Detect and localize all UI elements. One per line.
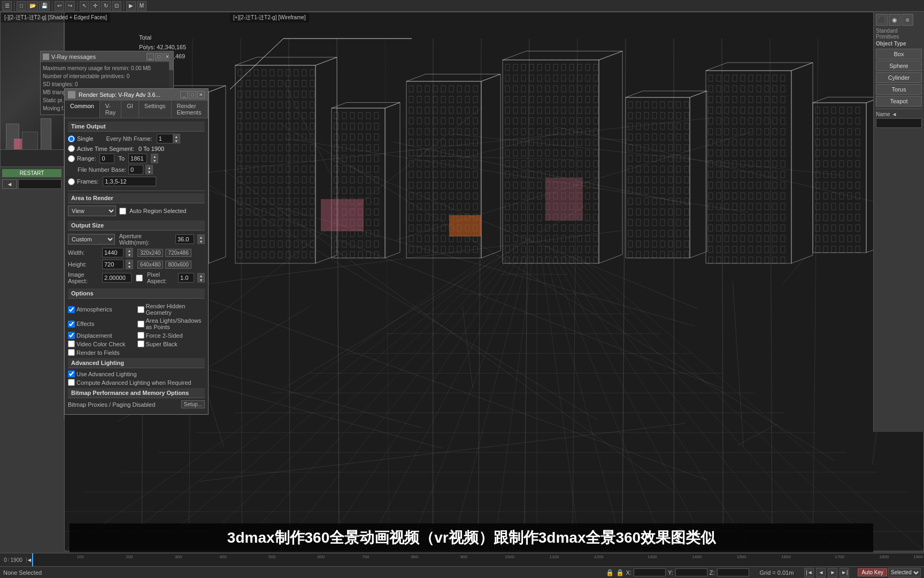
area-render-dropdown[interactable]: View [68,206,116,216]
spinner-down[interactable]: ▼ [173,139,180,143]
opt-compute-advanced[interactable]: Compute Advanced Lighting when Required [68,379,205,386]
timeline-prev[interactable]: ◄ [27,553,32,566]
timeline-track[interactable]: 100 200 300 400 500 600 700 800 900 1000… [32,553,924,566]
opt-use-advanced[interactable]: Use Advanced Lighting [68,370,205,377]
toolbar-open[interactable]: 📂 [27,1,38,11]
width-down[interactable]: ▼ [126,253,133,257]
main-toolbar[interactable]: ☰ □ 📂 💾 ↩ ↪ ↖ ✛ ↻ ⊡ ▶ M [0,0,924,12]
aperture-input[interactable] [175,234,194,244]
tab-render-elements[interactable]: Render Elements [172,101,208,118]
opt-video-color[interactable]: Video Color Check [68,340,136,347]
aperture-spinner[interactable]: ▲ ▼ [197,234,205,244]
height-input[interactable] [102,260,124,269]
tab-vray[interactable]: V-Ray [100,101,122,118]
rs-minimize-btn[interactable]: _ [180,91,188,98]
name-input[interactable] [876,118,922,128]
preset-320x240[interactable]: 320x240 [137,249,163,257]
toolbar-new[interactable]: □ [17,1,26,11]
opt-displacement[interactable]: Displacement [68,332,136,339]
radio-single[interactable] [68,135,75,142]
pixel-aspect-up[interactable]: ▲ [198,273,204,278]
play-back[interactable]: ◄ [816,568,826,577]
range-spinner-up[interactable]: ▲ [151,154,158,158]
opt-render-fields[interactable]: Render to Fields [68,349,136,356]
file-num-spinner[interactable]: ▲ ▼ [145,165,153,174]
toolbar-rotate[interactable]: ↻ [101,1,111,11]
toolbar-scale[interactable]: ⊡ [112,1,121,11]
image-aspect-input[interactable] [102,273,132,283]
toolbar-undo[interactable]: ↩ [55,1,64,11]
play-fwd[interactable]: ► [828,568,837,577]
aperture-down[interactable]: ▼ [198,239,204,244]
toolbar-save[interactable]: 💾 [39,1,50,11]
nav-input[interactable] [18,179,61,189]
width-spinner[interactable]: ▲ ▼ [126,248,133,257]
toolbar-render[interactable]: ▶ [126,1,136,11]
rs-restore-btn[interactable]: □ [189,91,196,98]
spinner-up[interactable]: ▲ [173,134,180,139]
opt-effects[interactable]: Effects [68,317,136,330]
rp-icon-1[interactable]: ⬛ [876,14,888,26]
file-num-down[interactable]: ▼ [146,170,152,174]
z-input[interactable] [717,568,749,576]
toolbar-material[interactable]: M [137,1,147,11]
key-mode-select[interactable]: Selected [888,568,921,577]
restart-btn[interactable]: RESTART [2,169,61,177]
opt-area-lights[interactable]: Area Lights/Shadows as Points [137,317,205,330]
pixel-aspect-spinner[interactable]: ▲ ▼ [197,273,205,283]
toolbar-menu[interactable]: ☰ [2,1,12,11]
play-next[interactable]: ►| [840,568,849,577]
rs-window-controls[interactable]: _ □ ✕ [180,91,205,98]
tab-gi[interactable]: GI [121,101,139,118]
height-down[interactable]: ▼ [126,264,133,269]
tab-common[interactable]: Common [65,101,100,118]
radio-range[interactable] [68,155,75,162]
x-input[interactable] [634,568,666,576]
playback-controls[interactable]: |◄ ◄ ► ►| [804,568,849,577]
opt-force-2sided[interactable]: Force 2-Sided [137,332,205,339]
every-nth-spinner[interactable]: ▲ ▼ [173,134,180,143]
range-spinner[interactable]: ▲ ▼ [151,154,158,163]
height-spinner[interactable]: ▲ ▼ [126,260,133,269]
toolbar-redo[interactable]: ↪ [65,1,75,11]
range-from-input[interactable] [99,154,114,163]
pixel-aspect-down[interactable]: ▼ [198,278,204,282]
pixel-aspect-input[interactable] [178,273,194,283]
render-setup-tabs[interactable]: Common V-Ray GI Settings Render Elements [65,101,208,118]
file-num-up[interactable]: ▲ [146,165,152,170]
range-to-input[interactable] [128,154,147,163]
timeline[interactable]: 0 / 1900 ◄ 100 200 300 400 500 600 700 8… [0,553,924,566]
setup-btn[interactable]: Setup... [181,400,205,408]
cylinder-btn[interactable]: Cylinder [876,72,922,83]
rp-icon-2[interactable]: ◉ [889,14,900,26]
radio-frames[interactable] [68,178,75,185]
torus-btn[interactable]: Torus [876,84,922,95]
file-num-input[interactable] [128,165,143,174]
aperture-up[interactable]: ▲ [198,235,204,239]
toolbar-select[interactable]: ↖ [80,1,89,11]
rp-icon-3[interactable]: ≡ [902,14,913,26]
every-nth-input[interactable] [157,134,173,143]
key-controls[interactable]: Auto Key Selected [858,568,921,577]
auto-region-checkbox[interactable] [119,208,126,215]
preset-800x600[interactable]: 800x600 [165,261,191,269]
nav-btn-left[interactable]: ◄ [2,179,17,189]
teapot-btn[interactable]: Teapot [876,96,922,107]
tab-settings[interactable]: Settings [139,101,172,118]
timeline-controls[interactable]: 0 / 1900 [0,557,27,563]
vray-messages-scrollthumb[interactable] [169,51,173,70]
height-up[interactable]: ▲ [126,260,133,264]
opt-super-black[interactable]: Super Black [137,340,205,347]
auto-key-btn[interactable]: Auto Key [858,568,887,576]
vray-minimize-btn[interactable]: _ [147,53,154,60]
preset-640x480[interactable]: 640x480 [137,261,163,269]
opt-render-hidden[interactable]: Render Hidden Geometry [137,303,205,316]
box-btn[interactable]: Box [876,49,922,59]
output-preset-dropdown[interactable]: Custom [68,234,115,245]
width-input[interactable] [102,248,124,257]
opt-atmospherics[interactable]: Atmospherics [68,303,136,316]
radio-active-segment[interactable] [68,145,75,152]
toolbar-move[interactable]: ✛ [90,1,100,11]
range-spinner-down[interactable]: ▼ [151,158,158,163]
preset-720x486[interactable]: 720x486 [165,249,191,257]
